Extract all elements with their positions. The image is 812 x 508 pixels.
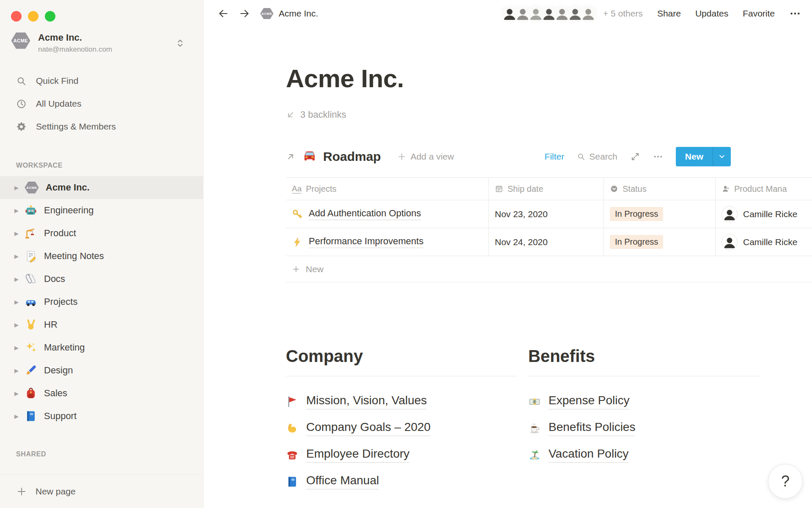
avatar-stack bbox=[501, 5, 597, 22]
page-logo: ACME bbox=[260, 8, 274, 19]
sidebar-item-meeting-notes[interactable]: ▶Meeting Notes bbox=[0, 245, 203, 268]
new-button-dropdown[interactable] bbox=[713, 147, 731, 166]
manager-name: Camille Ricke bbox=[743, 209, 797, 219]
table-new-row-button[interactable]: New bbox=[286, 256, 812, 282]
more-menu-icon[interactable] bbox=[789, 8, 801, 19]
column-header-label: Product Mana bbox=[734, 184, 787, 194]
project-link[interactable]: Performance Improvements bbox=[292, 236, 423, 248]
column-benefits: BenefitsExpense PolicyBenefits PoliciesV… bbox=[528, 347, 760, 495]
island-emoji bbox=[528, 449, 541, 461]
status-cell[interactable]: In Progress bbox=[604, 228, 716, 256]
page-link-label: Company Goals – 2020 bbox=[306, 420, 431, 436]
workspace-name: Acme Inc. bbox=[38, 32, 112, 43]
expand-toggle-icon[interactable]: ▶ bbox=[14, 230, 25, 237]
page-link-benefits-policies[interactable]: Benefits Policies bbox=[528, 415, 635, 442]
sidebar-item-design[interactable]: ▶Design bbox=[0, 359, 203, 382]
share-button[interactable]: Share bbox=[657, 8, 681, 19]
search-icon bbox=[577, 152, 585, 161]
page-link-employee-directory[interactable]: Employee Directory bbox=[286, 442, 409, 468]
sidebar-item-projects[interactable]: ▶Projects bbox=[0, 290, 203, 313]
project-cell[interactable]: Performance Improvements bbox=[286, 228, 489, 256]
open-as-page-icon[interactable] bbox=[286, 152, 295, 161]
expand-toggle-icon[interactable]: ▶ bbox=[14, 185, 25, 191]
favorite-button[interactable]: Favorite bbox=[743, 8, 775, 19]
workspace-switcher[interactable]: ACME Acme Inc. nate@makenotion.com bbox=[11, 32, 196, 54]
roadmap-toolbar: Roadmap Add a view Filter Search New bbox=[286, 146, 731, 167]
expand-toggle-icon[interactable]: ▶ bbox=[14, 299, 25, 305]
expand-toggle-icon[interactable]: ▶ bbox=[14, 345, 25, 351]
updates-button[interactable]: Updates bbox=[695, 8, 728, 19]
expand-toggle-icon[interactable]: ▶ bbox=[14, 390, 25, 397]
sidebar-item-product[interactable]: ▶Product bbox=[0, 222, 203, 245]
backlinks-label: 3 backlinks bbox=[300, 109, 346, 120]
expand-toggle-icon[interactable]: ▶ bbox=[14, 367, 25, 374]
expand-toggle-icon[interactable]: ▶ bbox=[14, 413, 25, 420]
avatar[interactable] bbox=[579, 5, 597, 22]
help-button[interactable]: ? bbox=[768, 464, 803, 499]
back-arrow-icon[interactable] bbox=[218, 8, 229, 19]
sidebar-item-acme-inc[interactable]: ▶ACMEAcme Inc. bbox=[0, 176, 203, 199]
victory-hand-emoji bbox=[25, 318, 37, 331]
minimize-window-button[interactable] bbox=[28, 11, 38, 22]
sidebar-item-label: Projects bbox=[44, 296, 77, 307]
page-link-mission-vision-values[interactable]: Mission, Vision, Values bbox=[286, 388, 427, 415]
blue-book-emoji bbox=[25, 410, 37, 422]
avatar-silhouette bbox=[580, 6, 596, 22]
column-header-projects[interactable]: AaProjects bbox=[286, 178, 489, 200]
page-link-expense-policy[interactable]: Expense Policy bbox=[528, 388, 629, 415]
sidebar-item-label: Support bbox=[44, 411, 77, 422]
paperclip-emoji bbox=[25, 273, 37, 285]
text-type-icon: Aa bbox=[292, 185, 302, 193]
presence: + 5 others bbox=[501, 5, 643, 22]
others-count[interactable]: + 5 others bbox=[603, 8, 643, 19]
key-emoji bbox=[292, 209, 303, 220]
new-page-label: New page bbox=[36, 486, 76, 497]
chevron-updown-icon[interactable] bbox=[175, 37, 185, 49]
filter-button[interactable]: Filter bbox=[545, 152, 565, 162]
zoom-window-button[interactable] bbox=[45, 11, 55, 22]
sidebar-item-support[interactable]: ▶Support bbox=[0, 405, 203, 428]
page-link-company-goals-2020[interactable]: Company Goals – 2020 bbox=[286, 415, 431, 442]
select-icon bbox=[610, 185, 618, 193]
sidebar-item-engineering[interactable]: ▶Engineering bbox=[0, 199, 203, 222]
page-link-vacation-policy[interactable]: Vacation Policy bbox=[528, 442, 628, 468]
sidebar-item-label: HR bbox=[44, 319, 58, 330]
project-link[interactable]: Add Authentication Options bbox=[292, 208, 421, 220]
ship-date-cell[interactable]: Nov 24, 2020 bbox=[489, 228, 604, 256]
column-company: CompanyMission, Vision, ValuesCompany Go… bbox=[286, 347, 517, 495]
sidebar-item-hr[interactable]: ▶HR bbox=[0, 313, 203, 336]
window-controls bbox=[11, 11, 55, 22]
sidebar-item-docs[interactable]: ▶Docs bbox=[0, 268, 203, 290]
new-button[interactable]: New bbox=[676, 147, 731, 166]
expand-toggle-icon[interactable]: ▶ bbox=[14, 207, 25, 214]
manager-cell[interactable]: Camille Ricke bbox=[716, 228, 812, 256]
section-links: Expense PolicyBenefits PoliciesVacation … bbox=[528, 388, 760, 468]
avatar bbox=[721, 234, 738, 250]
new-button-label[interactable]: New bbox=[676, 147, 713, 166]
sidebar-item-sales[interactable]: ▶Sales bbox=[0, 382, 203, 405]
sidebar-item-settings-members[interactable]: Settings & Members bbox=[0, 115, 203, 138]
column-header-status[interactable]: Status bbox=[604, 178, 716, 200]
backlinks-button[interactable]: 3 backlinks bbox=[286, 109, 346, 120]
expand-toggle-icon[interactable]: ▶ bbox=[14, 253, 25, 260]
forward-arrow-icon[interactable] bbox=[239, 8, 250, 19]
close-window-button[interactable] bbox=[11, 11, 22, 22]
search-button[interactable]: Search bbox=[577, 152, 617, 162]
expand-toggle-icon[interactable]: ▶ bbox=[14, 276, 25, 282]
ship-date-cell[interactable]: Nov 23, 2020 bbox=[489, 200, 604, 228]
sidebar-item-quick-find[interactable]: Quick Find bbox=[0, 69, 203, 92]
new-page-button[interactable]: New page bbox=[0, 475, 203, 508]
manager-cell[interactable]: Camille Ricke bbox=[716, 200, 812, 228]
expand-toggle-icon[interactable]: ▶ bbox=[14, 322, 25, 328]
sidebar-item-all-updates[interactable]: All Updates bbox=[0, 92, 203, 115]
add-view-button[interactable]: Add a view bbox=[397, 152, 454, 162]
column-header-product-mana[interactable]: Product Mana bbox=[716, 178, 812, 200]
expand-icon[interactable] bbox=[630, 152, 640, 162]
page-link-office-manual[interactable]: Office Manual bbox=[286, 468, 379, 495]
table-options-icon[interactable] bbox=[653, 152, 663, 162]
column-header-ship-date[interactable]: Ship date bbox=[489, 178, 604, 200]
project-cell[interactable]: Add Authentication Options bbox=[286, 200, 489, 228]
sidebar-item-marketing[interactable]: ▶Marketing bbox=[0, 336, 203, 359]
breadcrumb[interactable]: Acme Inc. bbox=[279, 8, 318, 19]
status-cell[interactable]: In Progress bbox=[604, 200, 716, 228]
